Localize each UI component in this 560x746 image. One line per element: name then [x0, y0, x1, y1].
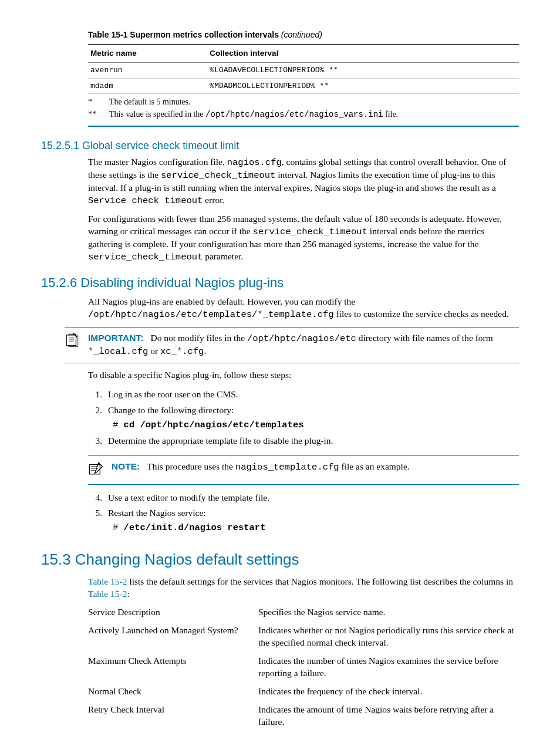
link-table-15-2[interactable]: Table 15-2	[88, 576, 127, 586]
table-footnotes: * The default is 5 minutes. ** This valu…	[88, 96, 519, 127]
footnote-mark: **	[88, 109, 99, 120]
heading-15-2-5-1: 15.2.5.1 Global service check timeout li…	[41, 139, 519, 153]
definition-row: Service Description Specifies the Nagios…	[88, 606, 519, 619]
note-callout: NOTE:This procedure uses the nagios_temp…	[88, 455, 519, 485]
definition-desc: Indicates whether or not Nagios periodic…	[258, 625, 519, 649]
svg-rect-0	[66, 335, 76, 346]
definition-row: Actively Launched on Managed System? Ind…	[88, 625, 519, 649]
note-label: NOTE:	[112, 461, 140, 471]
paragraph: Table 15-2 lists the default settings fo…	[88, 576, 519, 600]
list-item: Log in as the root user on the CMS.	[104, 387, 519, 403]
paragraph: All Nagios plug-ins are enabled by defau…	[88, 296, 519, 321]
definition-desc: Indicates the frequency of the check int…	[258, 686, 519, 698]
link-table-15-2[interactable]: Table 15-2	[88, 589, 127, 599]
footnote-text: The default is 5 minutes.	[109, 97, 191, 108]
command-line: # cd /opt/hptc/nagios/etc/templates	[113, 419, 519, 431]
important-text: IMPORTANT:Do not modify files in the /op…	[88, 332, 519, 358]
definition-desc: Specifies the Nagios service name.	[258, 606, 519, 619]
paragraph: For configurations with fewer than 256 m…	[88, 213, 519, 264]
list-item: Determine the appropriate template file …	[104, 434, 519, 450]
command-line: # /etc/init.d/nagios restart	[113, 522, 519, 534]
important-callout: IMPORTANT:Do not modify files in the /op…	[65, 327, 519, 363]
definition-list: Service Description Specifies the Nagios…	[88, 606, 519, 728]
list-item: Change to the following directory: # cd …	[104, 403, 519, 434]
definition-row: Maximum Check Attempts Indicates the num…	[88, 655, 519, 680]
definition-term: Actively Launched on Managed System?	[88, 625, 247, 649]
table-header-row: Metric name Collection interval	[88, 44, 519, 62]
footnote-mark: *	[88, 97, 99, 108]
table-caption-continued: (continued)	[281, 30, 322, 39]
definition-row: Normal Check Indicates the frequency of …	[88, 686, 519, 698]
definition-desc: Indicates the amount of time Nagios wait…	[258, 704, 519, 728]
steps-list: Log in as the root user on the CMS. Chan…	[88, 387, 519, 450]
cell-metric: mdadm	[88, 78, 207, 94]
footnote: * The default is 5 minutes.	[88, 96, 519, 109]
steps-list-cont: Use a text editor to modify the template…	[88, 491, 519, 537]
table-row: mdadm %MDADMCOLLECTIONPERIOD% **	[88, 78, 519, 94]
col-collection-interval: Collection interval	[207, 44, 519, 62]
definition-term: Normal Check	[88, 686, 247, 698]
table-row: avenrun %LOADAVECOLLECTIONPERIOD% **	[88, 63, 519, 79]
definition-desc: Indicates the number of times Nagios exa…	[258, 655, 519, 680]
col-metric-name: Metric name	[88, 44, 207, 62]
list-item: Use a text editor to modify the template…	[104, 491, 519, 507]
cell-metric: avenrun	[88, 63, 207, 79]
note-icon	[88, 461, 103, 480]
definition-term: Maximum Check Attempts	[88, 655, 247, 680]
paragraph: To disable a specific Nagios plug-in, fo…	[88, 369, 519, 382]
definition-term: Retry Check Interval	[88, 704, 247, 728]
footnote: ** This value is specified in the /opt/h…	[88, 109, 519, 121]
heading-15-2-6: 15.2.6 Disabling individual Nagios plug-…	[41, 274, 519, 292]
important-label: IMPORTANT:	[88, 333, 143, 343]
definition-term: Service Description	[88, 606, 247, 619]
metrics-table: Metric name Collection interval avenrun …	[88, 44, 519, 94]
paragraph: The master Nagios configuration file, na…	[88, 156, 519, 207]
cell-interval: %LOADAVECOLLECTIONPERIOD% **	[207, 63, 519, 79]
important-icon	[65, 332, 80, 358]
list-item: Restart the Nagios service: # /etc/init.…	[104, 506, 519, 536]
cell-interval: %MDADMCOLLECTIONPERIOD% **	[207, 78, 519, 94]
definition-row: Retry Check Interval Indicates the amoun…	[88, 704, 519, 728]
footnote-text: This value is specified in the /opt/hptc…	[109, 109, 398, 120]
table-caption: Table 15-1 Supermon metrics collection i…	[88, 29, 519, 40]
heading-15-3: 15.3 Changing Nagios default settings	[41, 549, 519, 570]
note-text: NOTE:This procedure uses the nagios_temp…	[112, 461, 519, 480]
table-caption-text: Table 15-1 Supermon metrics collection i…	[88, 30, 279, 39]
